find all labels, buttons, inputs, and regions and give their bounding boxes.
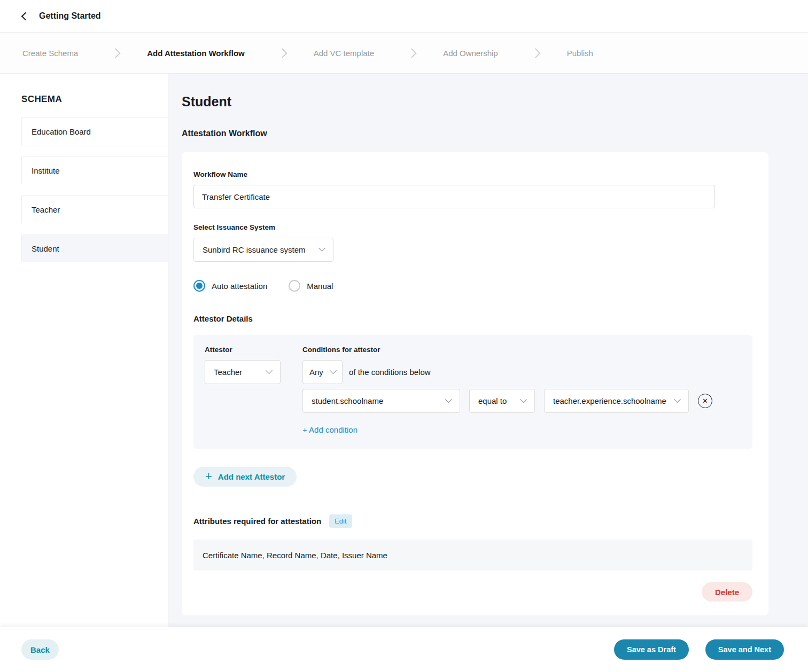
remove-condition-button[interactable]: ✕ [698,394,712,408]
chevron-down-icon [445,396,452,403]
match-type-row: Any of the conditions below [302,360,742,384]
attestation-workflow-heading: Attestation Workflow [182,129,768,138]
radio-selected-icon [193,280,205,292]
page: Getting Started Create Schema Add Attest… [0,0,808,672]
condition-field-value: student.schoolname [312,396,383,405]
top-header: Getting Started [0,0,808,33]
add-next-attestor-label: Add next Attestor [218,472,285,481]
attributes-list: Certificate Name, Record Name, Date, Iss… [193,540,752,571]
issuance-system-value: Sunbird RC issuance system [203,245,306,254]
close-icon: ✕ [702,397,708,404]
issuance-system-select[interactable]: Sunbird RC issuance system [193,238,333,262]
condition-value-select[interactable]: teacher.experience.schoolname [544,389,689,413]
attributes-header-row: Attributes required for attestation Edit [193,514,752,528]
plus-icon: + [205,471,212,482]
attestation-mode-group: Auto attestation Manual [193,280,752,292]
chevron-right-icon [277,48,287,58]
condition-operator-select[interactable]: equal to [469,389,535,413]
delete-row: Delete [193,582,752,601]
delete-workflow-button[interactable]: Delete [702,582,752,601]
radio-auto-attestation-label: Auto attestation [212,282,267,291]
add-next-attestor-button[interactable]: + Add next Attestor [193,467,297,487]
chevron-right-icon [407,48,416,58]
add-condition-link[interactable]: + Add condition [302,425,358,434]
sidebar-item-institute[interactable]: Institute [21,157,168,184]
schema-title: Student [182,94,768,110]
save-as-draft-button[interactable]: Save as Draft [614,639,689,660]
conditions-column: Conditions for attestor Any of the condi… [302,346,742,435]
footer-bar: Back Save as Draft Save and Next [0,627,808,672]
chevron-down-icon [266,367,273,374]
attributes-heading: Attributes required for attestation [193,517,321,526]
radio-unselected-icon [289,280,300,292]
chevron-right-icon [531,48,540,58]
body: SCHEMA Education Board Institute Teacher… [0,74,808,672]
sidebar-item-teacher[interactable]: Teacher [21,196,168,223]
footer-actions: Save as Draft Save and Next [614,639,784,660]
step-add-attestation-workflow[interactable]: Add Attestation Workflow [147,49,245,58]
page-title: Getting Started [39,11,101,21]
step-add-ownership[interactable]: Add Ownership [443,49,498,58]
back-button[interactable]: Back [21,639,59,660]
condition-row: student.schoolname equal to teacher.expe… [302,389,742,413]
workflow-card: Workflow Name Select Issuance System Sun… [182,152,768,615]
conditions-label: Conditions for attestor [302,346,742,354]
step-add-vc-template[interactable]: Add VC template [314,49,374,58]
wizard-stepper: Create Schema Add Attestation Workflow A… [0,33,808,74]
chevron-down-icon [330,367,337,374]
condition-field-select[interactable]: student.schoolname [302,389,460,413]
chevron-down-icon [520,396,527,403]
sidebar-item-education-board[interactable]: Education Board [21,118,168,145]
step-publish[interactable]: Publish [567,49,593,58]
attestor-select[interactable]: Teacher [205,360,281,384]
attestor-details-heading: Attestor Details [193,314,752,323]
radio-manual[interactable]: Manual [289,280,333,292]
sidebar-item-student[interactable]: Student [21,235,168,262]
workflow-name-input[interactable] [193,185,715,208]
chevron-down-icon [318,245,325,252]
match-type-value: Any [309,368,323,377]
attestor-value: Teacher [214,368,242,377]
chevron-right-icon [111,48,121,58]
chevron-down-icon [674,396,681,403]
issuance-system-label: Select Issuance System [193,223,752,231]
attestor-label: Attestor [205,346,302,354]
radio-auto-attestation[interactable]: Auto attestation [193,280,267,292]
workflow-name-label: Workflow Name [193,170,752,178]
attestor-column: Attestor Teacher [205,346,302,435]
match-type-select[interactable]: Any [302,360,343,384]
main-content: Student Attestation Workflow Workflow Na… [168,74,808,672]
condition-operator-value: equal to [478,396,507,405]
condition-value-value: teacher.experience.schoolname [553,396,666,405]
radio-manual-label: Manual [307,282,333,291]
back-chevron-icon[interactable] [21,12,30,20]
edit-attributes-button[interactable]: Edit [329,514,352,528]
match-type-suffix: of the conditions below [349,368,431,377]
attestor-panel: Attestor Teacher Conditions for attestor… [193,335,752,449]
schema-sidebar: SCHEMA Education Board Institute Teacher… [0,74,168,672]
save-and-next-button[interactable]: Save and Next [705,639,784,660]
step-create-schema[interactable]: Create Schema [22,49,78,58]
sidebar-title: SCHEMA [0,74,168,118]
